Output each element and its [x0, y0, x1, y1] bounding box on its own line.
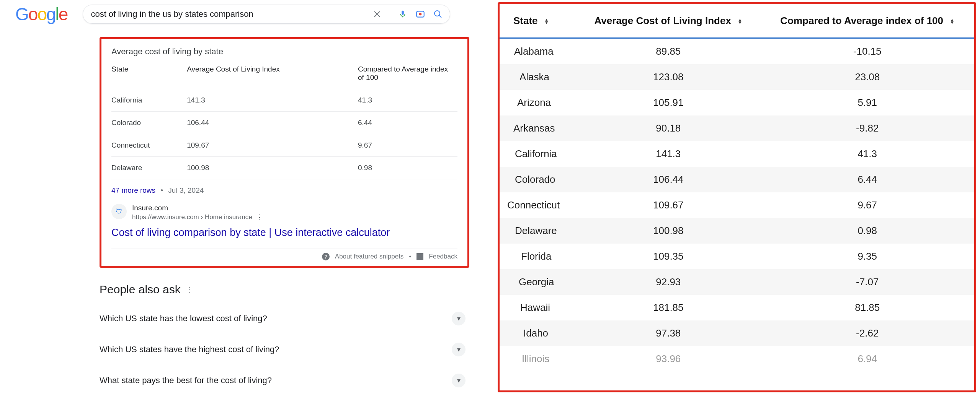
- paa-question: What state pays the best for the cost of…: [100, 376, 272, 385]
- feedback-icon[interactable]: [416, 253, 423, 260]
- table-row: Arkansas90.18-9.82: [500, 115, 974, 141]
- table-row: California141.341.3: [500, 141, 974, 167]
- cell-diff: 23.08: [760, 64, 974, 90]
- big-col-diff[interactable]: Compared to Average index of 100 ▲▼: [760, 4, 974, 38]
- snippet-title: Average cost of living by state: [111, 47, 457, 57]
- cell-index: 92.93: [576, 269, 760, 295]
- paa-heading: People also ask: [100, 283, 181, 296]
- cell-state: California: [500, 141, 576, 167]
- cell-state: Colorado: [500, 167, 576, 192]
- table-row: California141.341.3: [111, 89, 457, 112]
- cell-state: Alaska: [500, 64, 576, 90]
- chevron-down-icon: ▾: [452, 343, 466, 356]
- paa-item[interactable]: Which US states have the highest cost of…: [100, 334, 469, 365]
- paa-question: Which US state has the lowest cost of li…: [100, 314, 267, 324]
- table-row: Alabama89.85-10.15: [500, 38, 974, 65]
- big-col-index[interactable]: Average Cost of Living Index ▲▼: [576, 4, 760, 38]
- cell-index: 97.38: [576, 320, 760, 346]
- table-row: Colorado106.446.44: [500, 167, 974, 192]
- paa-item[interactable]: What state pays the best for the cost of…: [100, 365, 469, 396]
- cell-index: 89.85: [576, 38, 760, 65]
- cell-diff: 41.3: [358, 89, 457, 112]
- table-row: Delaware100.980.98: [111, 157, 457, 179]
- snippet-source: 🛡 Insure.com https://www.insure.com › Ho…: [111, 204, 457, 221]
- cell-diff: 6.44: [358, 112, 457, 134]
- cell-index: 105.91: [576, 90, 760, 115]
- cell-diff: 41.3: [760, 141, 974, 167]
- cell-state: Florida: [500, 244, 576, 269]
- table-row: Florida109.359.35: [500, 244, 974, 269]
- table-row: Hawaii181.8581.85: [500, 295, 974, 320]
- snippet-footer: ? About featured snippets • Feedback: [111, 249, 457, 260]
- paa-item[interactable]: Which US state has the lowest cost of li…: [100, 303, 469, 334]
- table-row-cutoff: Illinois93.966.94: [500, 346, 974, 372]
- paa-more-icon[interactable]: ⋮: [186, 285, 193, 294]
- search-box[interactable]: [83, 5, 450, 24]
- cell-diff: 6.94: [760, 346, 974, 372]
- source-title-link[interactable]: Cost of living comparison by state | Use…: [111, 227, 457, 239]
- big-col-state[interactable]: State ▲▼: [500, 4, 576, 38]
- clear-icon[interactable]: [372, 9, 382, 19]
- cell-diff: 6.44: [760, 167, 974, 192]
- sort-icon[interactable]: ▲▼: [950, 19, 954, 24]
- cell-index: 90.18: [576, 115, 760, 141]
- cell-state: Arizona: [500, 90, 576, 115]
- cell-state: Colorado: [111, 112, 187, 134]
- table-row: Georgia92.93-7.07: [500, 269, 974, 295]
- cell-index: 93.96: [576, 346, 760, 372]
- table-row: Connecticut109.679.67: [500, 192, 974, 218]
- sort-icon[interactable]: ▲▼: [544, 19, 549, 24]
- cell-index: 123.08: [576, 64, 760, 90]
- cell-state: Arkansas: [500, 115, 576, 141]
- table-row: Connecticut109.679.67: [111, 134, 457, 157]
- help-icon[interactable]: ?: [322, 253, 330, 260]
- cell-state: Hawaii: [500, 295, 576, 320]
- cell-index: 100.98: [576, 218, 760, 244]
- svg-line-3: [439, 15, 441, 18]
- table-row: Delaware100.980.98: [500, 218, 974, 244]
- cell-state: Delaware: [500, 218, 576, 244]
- source-name: Insure.com: [132, 204, 263, 212]
- big-table: State ▲▼ Average Cost of Living Index ▲▼…: [500, 4, 974, 372]
- chevron-down-icon: ▾: [452, 312, 466, 325]
- source-more-icon[interactable]: ⋮: [256, 213, 263, 221]
- cost-of-living-full-table: State ▲▼ Average Cost of Living Index ▲▼…: [498, 2, 976, 392]
- cell-state: California: [111, 89, 187, 112]
- cell-diff: -7.07: [760, 269, 974, 295]
- cell-index: 141.3: [187, 89, 358, 112]
- svg-point-1: [419, 13, 422, 16]
- cell-state: Idaho: [500, 320, 576, 346]
- cell-state: Delaware: [111, 157, 187, 179]
- snippet-more-rows: 47 more rows • Jul 3, 2024: [111, 179, 457, 195]
- cell-index: 109.67: [576, 192, 760, 218]
- feedback-link[interactable]: Feedback: [429, 253, 457, 260]
- cell-state: Georgia: [500, 269, 576, 295]
- cell-index: 106.44: [576, 167, 760, 192]
- google-logo[interactable]: Google: [15, 4, 67, 24]
- cell-index: 141.3: [576, 141, 760, 167]
- voice-search-icon[interactable]: [398, 9, 408, 19]
- more-rows-link[interactable]: 47 more rows: [111, 186, 155, 194]
- cell-index: 181.85: [576, 295, 760, 320]
- google-header: Google: [0, 0, 486, 30]
- cell-state: Alabama: [500, 38, 576, 65]
- search-input[interactable]: [90, 9, 372, 20]
- cell-diff: -9.82: [760, 115, 974, 141]
- sort-icon[interactable]: ▲▼: [738, 19, 742, 24]
- snippet-table: State Average Cost of Living Index Compa…: [111, 65, 457, 179]
- source-url: https://www.insure.com › Home insurance: [132, 213, 252, 221]
- people-also-ask: People also ask ⋮ Which US state has the…: [100, 283, 469, 396]
- table-row: Colorado106.446.44: [111, 112, 457, 134]
- cell-diff: 0.98: [358, 157, 457, 179]
- snippet-col-diff: Compared to Average index of 100: [358, 65, 457, 89]
- table-row: Alaska123.0823.08: [500, 64, 974, 90]
- cell-diff: 0.98: [760, 218, 974, 244]
- source-favicon-icon: 🛡: [111, 204, 127, 219]
- table-row: Idaho97.38-2.62: [500, 320, 974, 346]
- about-snippets-link[interactable]: About featured snippets: [335, 253, 404, 260]
- cell-index: 100.98: [187, 157, 358, 179]
- divider: [390, 8, 390, 20]
- cell-diff: 9.67: [358, 134, 457, 157]
- search-icon[interactable]: [433, 9, 443, 19]
- image-search-icon[interactable]: [415, 9, 425, 19]
